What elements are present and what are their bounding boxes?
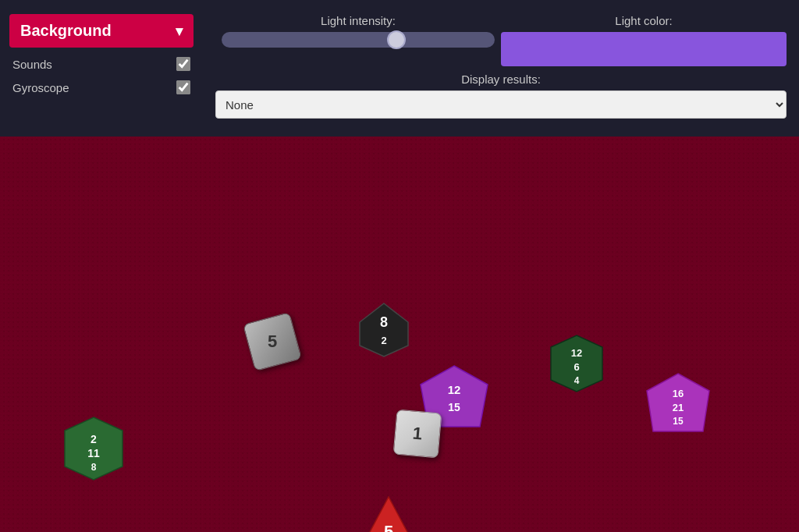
die-gray-d6[interactable]: 5 xyxy=(243,312,302,371)
gyroscope-label: Gyroscope xyxy=(12,81,69,94)
die-dark-green-d12[interactable]: 12 6 4 xyxy=(546,333,607,397)
chevron-down-icon: ▾ xyxy=(176,23,183,40)
die-black-d8-svg: 8 2 xyxy=(355,300,414,359)
svg-text:5: 5 xyxy=(384,522,393,532)
left-panel: Background ▾ Sounds Gyroscope xyxy=(0,8,203,129)
controls-top: Light intensity: Light color: xyxy=(215,14,787,66)
light-color-picker[interactable] xyxy=(501,32,787,66)
die-black-d8[interactable]: 8 2 xyxy=(355,300,414,362)
svg-text:8: 8 xyxy=(91,462,97,473)
die-white-d6-value: 1 xyxy=(412,424,423,445)
svg-text:8: 8 xyxy=(380,314,388,330)
slider-container xyxy=(215,32,501,51)
svg-marker-0 xyxy=(360,303,408,356)
svg-text:2: 2 xyxy=(381,335,386,346)
die-purple-d20-2[interactable]: 16 21 15 xyxy=(644,371,712,440)
die-dark-green-d12-svg: 12 6 4 xyxy=(546,333,607,394)
svg-text:15: 15 xyxy=(673,416,684,427)
svg-text:12: 12 xyxy=(571,347,582,359)
die-purple-d20-2-svg: 16 21 15 xyxy=(644,371,712,437)
background-label: Background xyxy=(20,22,112,40)
display-results-select[interactable]: None Sum Individual xyxy=(215,90,787,119)
gyroscope-checkbox[interactable] xyxy=(176,80,190,94)
svg-text:21: 21 xyxy=(673,402,684,413)
svg-text:15: 15 xyxy=(448,401,460,413)
svg-text:4: 4 xyxy=(574,375,580,386)
die-green-d10-svg: 2 11 8 xyxy=(59,413,129,484)
background-dropdown[interactable]: Background ▾ xyxy=(9,14,194,48)
display-results-label: Display results: xyxy=(461,73,541,86)
sounds-row: Sounds xyxy=(9,57,194,71)
control-bar: Background ▾ Sounds Gyroscope Light inte… xyxy=(0,0,799,137)
svg-text:2: 2 xyxy=(91,433,97,445)
die-green-d10[interactable]: 2 11 8 xyxy=(59,413,129,487)
light-intensity-slider[interactable] xyxy=(222,32,495,48)
light-intensity-section: Light intensity: xyxy=(215,14,501,51)
right-panel: Light intensity: Light color: Display re… xyxy=(203,8,799,129)
sounds-checkbox[interactable] xyxy=(176,57,190,71)
svg-text:16: 16 xyxy=(673,388,684,399)
svg-text:12: 12 xyxy=(448,383,461,396)
dice-scene[interactable]: 5 8 2 2 11 8 12 15 1 12 6 xyxy=(0,137,799,532)
gyroscope-row: Gyroscope xyxy=(9,80,194,94)
display-results-section: Display results: None Sum Individual xyxy=(215,73,787,119)
die-white-d6[interactable]: 1 xyxy=(393,410,442,459)
sounds-label: Sounds xyxy=(12,58,52,71)
svg-text:6: 6 xyxy=(574,361,579,373)
light-color-section: Light color: xyxy=(501,14,787,66)
light-intensity-label: Light intensity: xyxy=(321,14,396,27)
die-red-d4-svg: 5 xyxy=(360,494,417,532)
die-gray-d6-value: 5 xyxy=(268,332,277,352)
light-color-label: Light color: xyxy=(615,14,672,27)
svg-text:11: 11 xyxy=(87,447,100,459)
die-red-d4[interactable]: 5 xyxy=(360,494,417,532)
